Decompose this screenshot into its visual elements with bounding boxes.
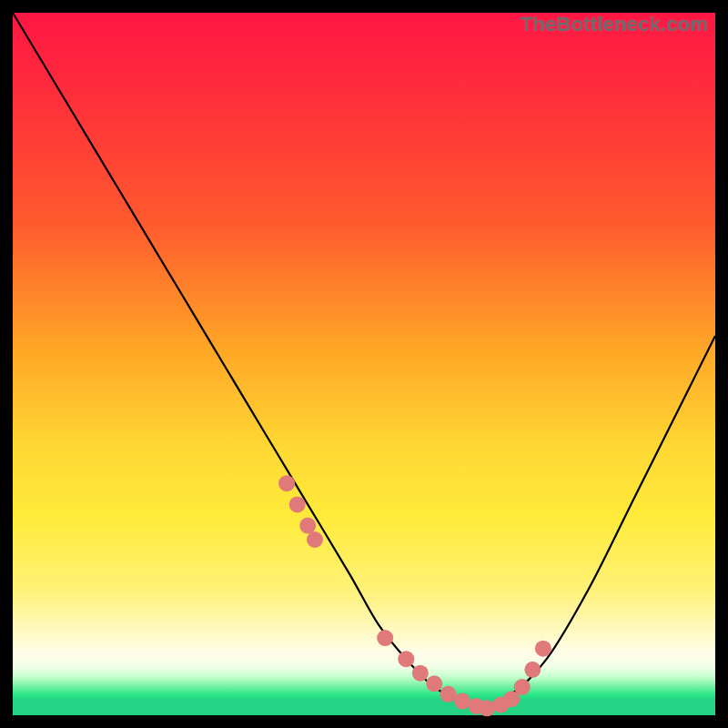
highlight-markers (278, 475, 551, 716)
marker-dot (299, 518, 316, 534)
marker-dot (278, 475, 295, 491)
marker-dot (289, 496, 306, 512)
chart-frame: TheBottleneck.com (13, 13, 715, 715)
marker-dot (524, 662, 541, 678)
marker-dot (426, 675, 442, 692)
marker-dot (479, 700, 495, 716)
marker-dot (377, 630, 393, 646)
marker-dot (440, 686, 457, 703)
marker-dot (514, 679, 531, 695)
marker-dot (307, 531, 323, 548)
marker-dot (412, 665, 429, 682)
marker-dot (535, 641, 551, 657)
marker-dot (398, 651, 414, 667)
chart-svg (13, 13, 715, 715)
marker-dot (454, 693, 470, 710)
bottleneck-curve (13, 13, 715, 709)
